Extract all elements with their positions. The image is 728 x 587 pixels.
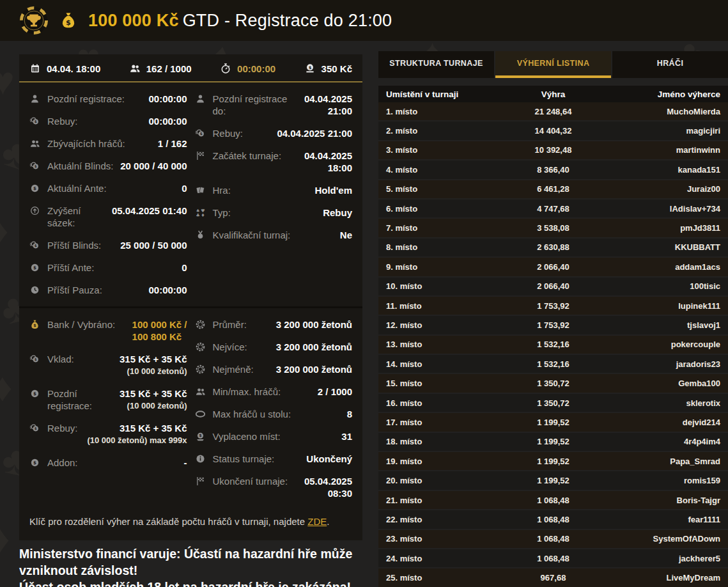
svg-text:$: $ <box>33 323 36 328</box>
cell-win: 1 199,52 <box>501 457 605 466</box>
cell-winner-name: kanada151 <box>605 165 720 175</box>
svg-text:$: $ <box>33 460 36 466</box>
stopwatch-icon <box>220 63 231 74</box>
cell-winner-name: Gemba100 <box>605 379 720 388</box>
tab-vyherni-listina[interactable]: VÝHERNÍ LISTINA <box>495 51 611 78</box>
tab-hraci[interactable]: HRÁČI <box>612 51 728 78</box>
svg-text:♦: ♦ <box>201 212 205 218</box>
info-label: Vyplaceno míst: <box>213 430 342 442</box>
cell-win: 1 068,48 <box>501 534 605 544</box>
Boris-Tajgr: 21. místo 1 068,48 Boris-Tajgr <box>378 491 728 509</box>
info-row: Začátek turnaje: 04.04.2025 18:00 <box>195 150 353 174</box>
info-subvalue: (10 000 žetonů) <box>120 400 187 412</box>
cell-winner-name: KKUBBATT <box>605 242 720 252</box>
info-row: $ Pozdní registrace: 315 Kč + 35 Kč(10 0… <box>29 387 187 412</box>
cell-win: 3 538,08 <box>501 223 605 233</box>
cell-win: 21 248,64 <box>501 107 605 116</box>
info-value: 20 000 / 40 000 <box>120 160 187 172</box>
martinwinn: 3. místo 10 392,48 martinwinn <box>378 141 728 159</box>
cell-place: 23. místo <box>386 534 501 544</box>
clock-icon <box>29 285 40 295</box>
cell-place: 14. místo <box>386 359 501 369</box>
stat-value: 04.04. 18:00 <box>47 63 100 74</box>
info-row: $ Addon: - <box>29 457 187 469</box>
cell-winner-name: tjslavoj1 <box>605 320 720 330</box>
person-icon <box>195 93 206 104</box>
cell-winner-name: lupinek111 <box>605 301 720 311</box>
kanada151: 4. místo 8 366,40 kanada151 <box>378 160 728 178</box>
info-row: Zvýšení sázek: 05.04.2025 01:40 <box>29 205 187 229</box>
svg-text:$: $ <box>35 164 37 168</box>
person-icon <box>29 93 40 104</box>
stat-item: 04.04. 18:00 <box>29 63 100 74</box>
info-row: Max hráčů u stolu: 8 <box>195 408 353 420</box>
jackherer5: 24. místo 1 068,48 jackherer5 <box>378 549 728 567</box>
info-label: Typ: <box>213 207 323 219</box>
info-label: Rebuy: <box>213 127 277 139</box>
cell-place: 19. místo <box>386 457 501 466</box>
flag-icon <box>195 476 206 487</box>
LiveMyDream: 25. místo 967,68 LiveMyDream <box>378 568 728 586</box>
info-value: 04.04.2025 21:00 <box>277 127 352 139</box>
cell-win: 1 199,52 <box>501 476 605 485</box>
dollar-icon: $ <box>29 457 40 468</box>
svg-text:$: $ <box>308 65 311 70</box>
cell-place: 10. místo <box>386 281 501 291</box>
info-column-right: Pozdní registrace do: 04.04.2025 21:00 $… <box>195 93 353 306</box>
cell-win: 4 747,68 <box>501 204 605 214</box>
tab-struktura-turnaje[interactable]: STRUKTURA TURNAJE <box>378 51 494 78</box>
info-label: Min/max. hráčů: <box>213 386 318 398</box>
cell-win: 1 350,72 <box>501 398 605 408</box>
info-label: Ukončení turnaje: <box>213 475 304 487</box>
info-subvalue: (10 000 žetonů) <box>120 365 187 377</box>
cell-winner-name: fear1111 <box>605 515 720 524</box>
Gemba100: 15. místo 1 350,72 Gemba100 <box>378 374 728 392</box>
info-column-left: $ Bank / Vybráno: 100 000 Kč / 100 800 K… <box>29 318 187 510</box>
cell-place: 5. místo <box>386 184 501 194</box>
4r4p4im4: 18. místo 1 199,52 4r4p4im4 <box>378 433 728 451</box>
info-column-right: Průměr: 3 200 000 žetonů Nejvíce: 3 200 … <box>195 318 353 510</box>
info-value: 8 <box>347 408 352 420</box>
stat-item: $ 350 Kč <box>304 63 352 74</box>
info-value: 31 <box>341 430 352 442</box>
tab-bar: STRUKTURA TURNAJE VÝHERNÍ LISTINA HRÁČI <box>378 51 728 78</box>
chip-icon <box>195 364 206 375</box>
romis159: 20. místo 1 199,52 romis159 <box>378 471 728 489</box>
svg-text:$: $ <box>66 19 71 27</box>
cell-winner-name: romis159 <box>605 476 720 485</box>
warning-line-2: Účast osob mladších 18 let na hazardní h… <box>19 579 393 587</box>
dollar-icon: $ <box>29 183 40 194</box>
info-value: 05.04.2025 01:40 <box>112 205 187 217</box>
cell-place: 18. místo <box>386 437 501 446</box>
info-value: 0 <box>182 262 187 274</box>
info-label: Nejvíce: <box>213 341 276 353</box>
info-row: $ Aktuální Blinds: 20 000 / 40 000 <box>29 160 187 172</box>
cell-win: 1 068,48 <box>501 496 605 505</box>
moneybag-icon: $ <box>59 11 78 30</box>
info-value: 100 000 Kč / 100 800 Kč <box>132 318 187 343</box>
info-row: Průměr: 3 200 000 žetonů <box>195 318 353 331</box>
svg-text:$: $ <box>33 185 36 191</box>
cell-win: 14 404,32 <box>501 126 605 136</box>
svg-text:$: $ <box>35 427 37 430</box>
svg-text:$: $ <box>33 391 36 396</box>
people-icon <box>129 63 141 74</box>
info-row: Min/max. hráčů: 2 / 1000 <box>195 386 353 398</box>
cell-place: 17. místo <box>386 418 501 427</box>
Papa_Smrad: 19. místo 1 199,52 Papa_Smrad <box>378 452 728 470</box>
winners-table-header: Umístění v turnaji Výhra Jméno výherce <box>378 86 728 102</box>
cell-place: 21. místo <box>386 496 501 505</box>
pokertable-icon <box>195 409 206 419</box>
lupinek111: 11. místo 1 753,92 lupinek111 <box>378 297 728 315</box>
svg-text:$: $ <box>35 120 37 123</box>
cell-place: 4. místo <box>386 165 501 175</box>
cell-winner-name: Papa_Smrad <box>605 457 720 466</box>
zde-link[interactable]: ZDE <box>307 516 327 527</box>
pmJd3811: 7. místo 3 538,08 pmJd3811 <box>378 219 728 237</box>
info-icon <box>195 453 206 464</box>
svg-text:$: $ <box>35 244 37 247</box>
tournament-stats-bar: 04.04. 18:00 162 / 1000 00:00:00 $ <box>19 54 362 82</box>
info-value: 00:00:00 <box>148 284 187 296</box>
stat-value: 350 Kč <box>321 63 352 74</box>
cell-win: 1 753,92 <box>501 320 605 330</box>
